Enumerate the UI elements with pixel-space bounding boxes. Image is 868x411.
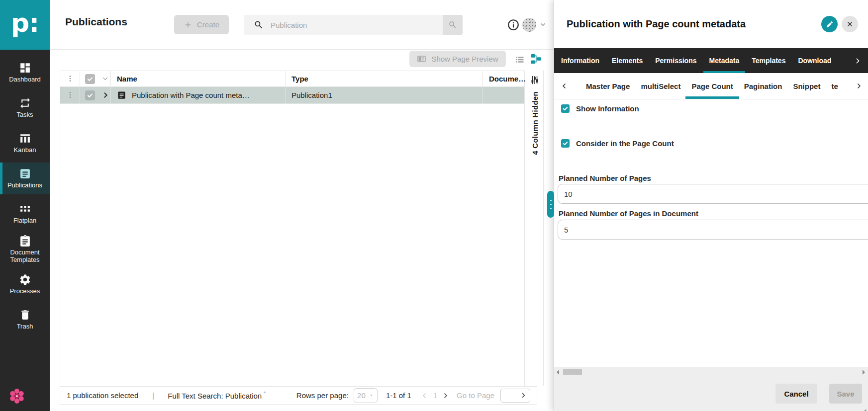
info-icon[interactable]	[507, 18, 520, 31]
column-header-document[interactable]: Docume…	[483, 71, 525, 86]
select-menu-chevron-icon[interactable]	[101, 75, 109, 82]
tree-view-icon[interactable]	[530, 53, 542, 65]
sidebar-item-kanban[interactable]: Kanban	[0, 127, 50, 159]
tab-download[interactable]: Download	[798, 48, 831, 73]
table-header-row: Name Type Docume…	[60, 71, 524, 87]
table-row[interactable]: Publication with Page count meta… Public…	[60, 87, 524, 104]
search-submit-button[interactable]	[443, 15, 463, 35]
panel-actions	[821, 16, 858, 32]
sidebar-item-label: Tasks	[16, 111, 33, 119]
save-button[interactable]: Save	[829, 384, 862, 404]
rows-per-page-label: Rows per page:	[296, 391, 349, 400]
planned-pages-label: Planned Number of Pages	[559, 174, 651, 182]
tab-information[interactable]: Information	[561, 48, 599, 73]
consider-page-count-row: Consider in the Page Count	[561, 139, 674, 148]
sidebar-item-flatplan[interactable]: Flatplan	[0, 198, 50, 230]
show-page-preview-button[interactable]: Show Page Preview	[409, 51, 506, 67]
sidebar-item-tasks[interactable]: Tasks	[0, 92, 50, 124]
row-expand-chevron-icon[interactable]	[101, 91, 110, 99]
flatplan-icon	[19, 203, 31, 215]
tab-permissions[interactable]: Permissions	[655, 48, 696, 73]
subtab-pagination[interactable]: Pagination	[744, 73, 782, 99]
sidebar-item-document-templates[interactable]: Document Templates	[0, 233, 50, 265]
sidebar-item-label: Document Templates	[0, 249, 50, 264]
sidebar-item-label: Publications	[7, 182, 42, 189]
subtabs-scroll-right-icon[interactable]	[855, 82, 863, 90]
column-settings-icon[interactable]	[530, 75, 540, 85]
sidebar-item-dashboard[interactable]: Dashboard	[0, 57, 50, 88]
scroll-left-arrow[interactable]	[557, 370, 559, 375]
go-to-page-input[interactable]	[501, 392, 520, 400]
subtab-snippet[interactable]: Snippet	[793, 73, 820, 99]
search-bar	[244, 15, 463, 35]
column-header-type[interactable]: Type	[286, 71, 483, 86]
edit-button[interactable]	[821, 16, 838, 32]
panel-tab-bar: Information Elements Permissions Metadat…	[554, 48, 868, 73]
trash-icon	[19, 309, 31, 321]
page-preview-icon	[417, 54, 426, 64]
show-information-row: Show Information	[561, 104, 639, 113]
tabs-scroll-right-icon[interactable]	[854, 57, 862, 65]
panel-footer: Cancel Save	[554, 367, 868, 411]
detail-panel: Publication with Page count metadata Inf…	[554, 0, 868, 411]
select-all-checkbox[interactable]	[85, 74, 95, 84]
sidebar-item-publications[interactable]: Publications	[0, 163, 50, 194]
rows-per-page-value: 20	[357, 391, 366, 400]
kebab-menu-icon[interactable]	[66, 91, 74, 100]
search-input[interactable]	[271, 21, 410, 29]
list-view-icon[interactable]	[515, 55, 525, 64]
previous-page-icon[interactable]	[420, 392, 428, 400]
subtabs-scroll-left-icon[interactable]	[560, 82, 568, 90]
scrollbar-thumb[interactable]	[563, 369, 582, 375]
chevron-down-icon[interactable]	[539, 21, 547, 28]
column-header-name[interactable]: Name	[111, 71, 286, 86]
main-content: Publications Create Show Page Preview	[50, 0, 554, 411]
status-divider: |	[152, 391, 154, 400]
close-button[interactable]	[842, 16, 858, 32]
row-document-cell[interactable]	[483, 87, 525, 103]
sidebar-item-trash[interactable]: Trash	[0, 304, 50, 335]
sidebar: p: Dashboard Tasks Kanban Publications F…	[0, 0, 50, 411]
sidebar-item-processes[interactable]: Processes	[0, 268, 50, 300]
full-text-search-info: Full Text Search: Publication "	[168, 391, 266, 400]
go-to-page-field	[500, 389, 530, 403]
row-menu-cell	[60, 87, 80, 103]
current-page-number[interactable]: 1	[433, 391, 437, 400]
planned-pages-document-label: Planned Number of Pages in Document	[559, 209, 698, 218]
panel-drag-handle[interactable]	[547, 191, 554, 218]
tab-templates[interactable]: Templates	[752, 48, 785, 73]
select-caret-icon	[369, 393, 374, 398]
sidebar-item-label: Trash	[17, 323, 33, 330]
user-avatar[interactable]	[522, 18, 536, 32]
subtab-master-page[interactable]: Master Page	[586, 73, 630, 99]
create-button[interactable]: Create	[174, 15, 229, 34]
go-to-page-submit-icon[interactable]	[520, 392, 527, 399]
row-name-cell[interactable]: Publication with Page count meta…	[111, 87, 286, 103]
scroll-right-arrow[interactable]	[863, 370, 865, 375]
planned-pages-document-input[interactable]	[558, 220, 868, 240]
sidebar-item-label: Dashboard	[9, 76, 41, 83]
hidden-columns-strip: 4 Column Hidden	[526, 71, 544, 386]
feedback-flower-icon[interactable]	[8, 387, 26, 405]
tab-elements[interactable]: Elements	[612, 48, 643, 73]
hidden-columns-label[interactable]: 4 Column Hidden	[531, 91, 539, 155]
tab-metadata[interactable]: Metadata	[709, 48, 740, 73]
app-logo-text: p:	[11, 8, 39, 38]
consider-page-count-checkbox[interactable]	[561, 139, 570, 148]
kebab-menu-icon[interactable]	[66, 75, 74, 83]
next-page-icon[interactable]	[442, 392, 450, 400]
rows-per-page-select[interactable]: 20	[354, 388, 378, 403]
resize-handle[interactable]	[860, 403, 867, 410]
subtab-text-clipped[interactable]: te	[831, 73, 838, 99]
search-field	[244, 15, 443, 35]
show-information-checkbox[interactable]	[561, 104, 570, 113]
horizontal-scrollbar[interactable]	[554, 369, 868, 375]
metadata-subtab-bar: Master Page multiSelect Page Count Pagin…	[554, 73, 868, 99]
row-type-cell[interactable]: Publication1	[286, 87, 483, 103]
subtab-multiselect[interactable]: multiSelect	[641, 73, 680, 99]
row-checkbox[interactable]	[85, 90, 95, 100]
planned-pages-input[interactable]	[558, 184, 868, 204]
subtab-page-count[interactable]: Page Count	[691, 73, 733, 99]
cancel-button[interactable]: Cancel	[775, 384, 817, 404]
app-logo[interactable]: p:	[0, 0, 50, 50]
